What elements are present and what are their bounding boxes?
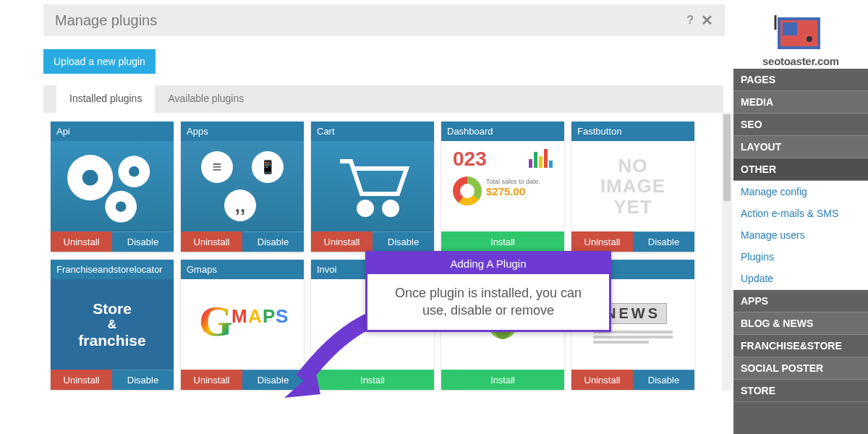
svg-rect-16 [783,22,797,35]
tab-installed[interactable]: Installed plugins [56,85,155,113]
tooltip-title: Adding A Plugin [367,253,609,274]
nav-layout[interactable]: LAYOUT [733,136,868,158]
install-button[interactable]: Install [441,231,564,252]
svg-text:P: P [263,305,275,327]
nav-pages[interactable]: PAGES [733,69,868,91]
nav-seo[interactable]: SEO [733,114,868,136]
plugin-card-dashboard: Dashboard 023 Total sales to date.$275.0… [441,122,564,252]
sub-manage-config[interactable]: Manage config [733,181,868,203]
plugin-card-fastbutton: Fastbutton NOIMAGEYET Uninstall Disable [571,122,694,252]
card-title: Apps [181,122,304,141]
disable-button[interactable]: Disable [112,370,174,390]
sub-update[interactable]: Update [733,268,868,289]
help-icon[interactable]: ? [686,14,694,27]
svg-text:M: M [231,305,247,327]
scroll-thumb[interactable] [723,114,731,201]
svg-text:G: G [199,297,233,345]
sub-manage-users[interactable]: Manage users [733,224,868,246]
close-icon[interactable]: ✕ [701,12,713,29]
amp-text: & [108,318,116,332]
card-title: Fastbutton [571,122,694,141]
nav-apps[interactable]: APPS [733,290,868,312]
cart-icon [311,141,434,231]
tooltip-body: Once plugin is installed, you can use, d… [367,274,609,330]
modal-header: Manage plugins ? ✕ [43,4,725,36]
logo-area: seotoaster.com [733,0,868,69]
nav-store[interactable]: STORE [733,380,868,402]
sub-menu: Manage config Action e-mails & SMS Manag… [733,181,868,290]
card-title: Api [51,122,174,141]
sidebar: seotoaster.com PAGES MEDIA SEO LAYOUT OT… [733,0,868,434]
dash-label: Total sales to date. [486,178,540,185]
api-icon [51,141,174,231]
sub-plugins[interactable]: Plugins [733,246,868,268]
modal-title: Manage plugins [55,12,686,29]
card-title: Franchiseandstorelocator [51,260,174,279]
svg-text:A: A [248,305,262,327]
tab-available[interactable]: Available plugins [155,85,257,113]
svg-point-5 [116,201,127,212]
svg-point-17 [807,36,812,42]
nav-other[interactable]: OTHER [733,158,868,181]
dash-counter: 023 [453,148,487,171]
store-text: Store [93,300,132,318]
uninstall-button[interactable]: Uninstall [51,231,112,252]
uninstall-button[interactable]: Uninstall [51,370,112,390]
uninstall-button[interactable]: Uninstall [311,231,373,252]
tabs: Installed plugins Available plugins [43,85,723,113]
nav-media[interactable]: MEDIA [733,91,868,114]
toaster-icon [765,12,837,55]
no-image-text: NOIMAGEYET [600,156,665,218]
uninstall-button[interactable]: Uninstall [571,231,633,252]
dashboard-icon: 023 Total sales to date.$275.00 [441,141,564,231]
nav-social-poster[interactable]: SOCIAL POSTER [733,357,868,380]
nav-franchise-store[interactable]: FRANCHISE&STORE [733,335,868,357]
scrollbar[interactable] [722,113,732,391]
apps-icon: ≡ 📱 ,, [181,141,304,231]
svg-point-4 [129,166,140,177]
sub-action-emails[interactable]: Action e-mails & SMS [733,203,868,224]
uninstall-button[interactable]: Uninstall [571,370,633,390]
plugin-card-cart: Cart Uninstall Disable [311,122,434,252]
pie-icon [453,176,482,205]
disable-button[interactable]: Disable [633,231,694,252]
plugin-card-franchise: Franchiseandstorelocator Store & franchi… [51,260,174,390]
svg-point-7 [384,202,397,215]
uninstall-button[interactable]: Uninstall [181,231,242,252]
install-button[interactable]: Install [441,370,564,390]
svg-point-6 [359,202,372,215]
card-title: Gmaps [181,260,304,279]
upload-plugin-button[interactable]: Upload a new plugin [43,49,156,74]
dash-amount: $275.00 [486,185,525,197]
nav-blog-news[interactable]: BLOG & NEWS [733,312,868,335]
disable-button[interactable]: Disable [242,231,304,252]
tab-spacer [43,85,56,113]
disable-button[interactable]: Disable [373,231,434,252]
no-image-placeholder: NOIMAGEYET [571,141,694,231]
card-title: Dashboard [441,122,564,141]
disable-button[interactable]: Disable [633,370,694,390]
uninstall-button[interactable]: Uninstall [181,370,242,390]
plugin-card-api: Api Uninstall Disable [51,122,174,252]
svg-point-3 [82,169,98,185]
tooltip: Adding A Plugin Once plugin is installed… [365,251,611,332]
card-title: Cart [311,122,434,141]
franchise-text: franchise [78,332,145,349]
bars-icon [529,148,553,168]
disable-button[interactable]: Disable [112,231,174,252]
franchise-icon: Store & franchise [51,279,174,370]
logo-text: seotoaster.com [762,55,839,67]
plugin-card-apps: Apps ≡ 📱 ,, Uninstall Disable [181,122,304,252]
